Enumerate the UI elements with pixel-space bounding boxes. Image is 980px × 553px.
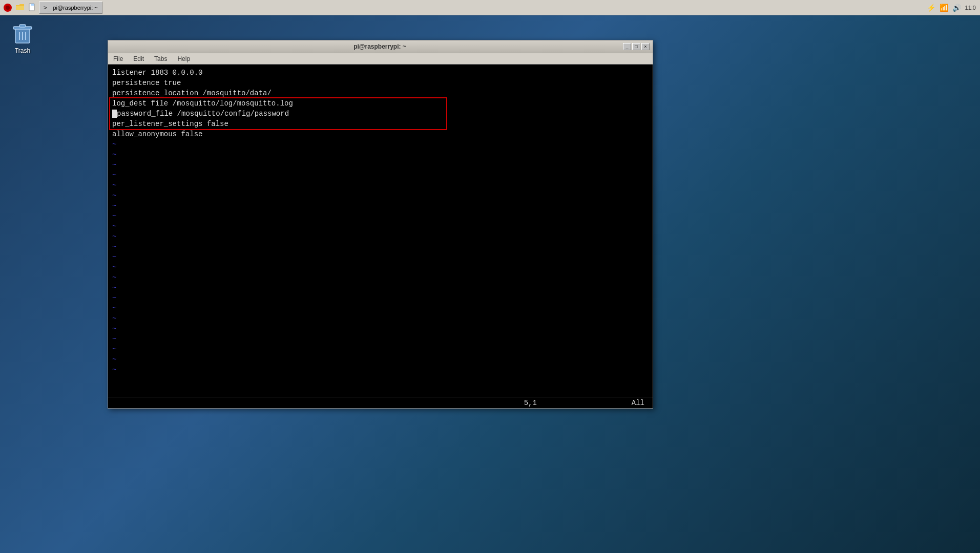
terminal-prompt-icon: >_	[44, 4, 51, 11]
folder-icon[interactable]	[14, 2, 26, 13]
terminal-taskbar-label: pi@raspberrypi: ~	[53, 5, 97, 11]
terminal-line-2: persistence true	[112, 78, 649, 88]
tilde-7: ~	[112, 201, 649, 211]
terminal-line-1: listener 1883 0.0.0.0	[112, 68, 649, 78]
tilde-17: ~	[112, 303, 649, 313]
tilde-15: ~	[112, 283, 649, 293]
taskbar-right: ⚡ 📶 🔊 11:0	[927, 4, 980, 12]
tilde-1: ~	[112, 139, 649, 150]
tilde-9: ~	[112, 221, 649, 231]
menu-help[interactable]: Help	[172, 54, 195, 63]
tilde-18: ~	[112, 313, 649, 324]
highlighted-region: log_dest file /mosquitto/log/mosquitto.l…	[112, 98, 649, 129]
terminal-content[interactable]: listener 1883 0.0.0.0 persistence true p…	[108, 65, 653, 397]
tilde-22: ~	[112, 354, 649, 365]
terminal-controls: _ □ ×	[623, 43, 650, 50]
tilde-19: ~	[112, 324, 649, 334]
terminal-taskbar-item[interactable]: >_ pi@raspberrypi: ~	[39, 2, 102, 14]
tilde-21: ~	[112, 344, 649, 354]
tilde-2: ~	[112, 150, 649, 160]
trash-svg	[10, 20, 35, 45]
maximize-button[interactable]: □	[632, 43, 640, 50]
minimize-button[interactable]: _	[623, 43, 631, 50]
cursor-block	[112, 110, 117, 118]
tilde-4: ~	[112, 170, 649, 180]
files-icon[interactable]	[27, 2, 38, 13]
tilde-5: ~	[112, 180, 649, 190]
terminal-line-7: allow_anonymous false	[112, 129, 649, 139]
trash-label: Trash	[15, 47, 30, 54]
terminal-window-title: pi@raspberrypi: ~	[137, 43, 623, 50]
tilde-20: ~	[112, 334, 649, 344]
tilde-16: ~	[112, 293, 649, 303]
tilde-13: ~	[112, 262, 649, 272]
menu-tabs[interactable]: Tabs	[149, 54, 172, 63]
taskbar-left: >_ pi@raspberrypi: ~	[0, 2, 105, 14]
terminal-window: pi@raspberrypi: ~ _ □ × File Edit Tabs H…	[108, 40, 653, 409]
desktop: >_ pi@raspberrypi: ~ ⚡ 📶 🔊 11:0	[0, 0, 980, 553]
trash-desktop-icon[interactable]: Trash	[10, 20, 35, 54]
tilde-23: ~	[112, 365, 649, 375]
terminal-line-5: password_file /mosquitto/config/password	[112, 109, 649, 119]
tilde-6: ~	[112, 190, 649, 201]
terminal-statusbar: 5,1 All	[108, 397, 653, 408]
clock: 11:0	[965, 5, 976, 11]
raspberry-icon[interactable]	[2, 2, 13, 13]
tilde-3: ~	[112, 160, 649, 170]
close-button[interactable]: ×	[641, 43, 650, 50]
svg-rect-3	[31, 4, 34, 6]
statusbar-position: 5,1 All	[524, 399, 644, 407]
tilde-12: ~	[112, 252, 649, 262]
terminal-line-4: log_dest file /mosquitto/log/mosquitto.l…	[112, 98, 649, 109]
svg-rect-6	[19, 25, 26, 27]
terminal-line-3: persistence_location /mosquitto/data/	[112, 88, 649, 98]
terminal-menubar: File Edit Tabs Help	[108, 53, 653, 65]
tilde-11: ~	[112, 242, 649, 252]
volume-icon: 🔊	[952, 4, 961, 12]
terminal-line-6: per_listener_settings false	[112, 119, 649, 129]
tilde-14: ~	[112, 272, 649, 283]
tilde-10: ~	[112, 231, 649, 242]
menu-edit[interactable]: Edit	[128, 54, 149, 63]
taskbar: >_ pi@raspberrypi: ~ ⚡ 📶 🔊 11:0	[0, 0, 980, 15]
menu-file[interactable]: File	[108, 54, 128, 63]
svg-point-1	[6, 6, 10, 10]
wifi-icon: 📶	[940, 4, 948, 12]
bluetooth-icon: ⚡	[927, 4, 935, 12]
tilde-8: ~	[112, 211, 649, 221]
terminal-titlebar: pi@raspberrypi: ~ _ □ ×	[108, 40, 653, 53]
